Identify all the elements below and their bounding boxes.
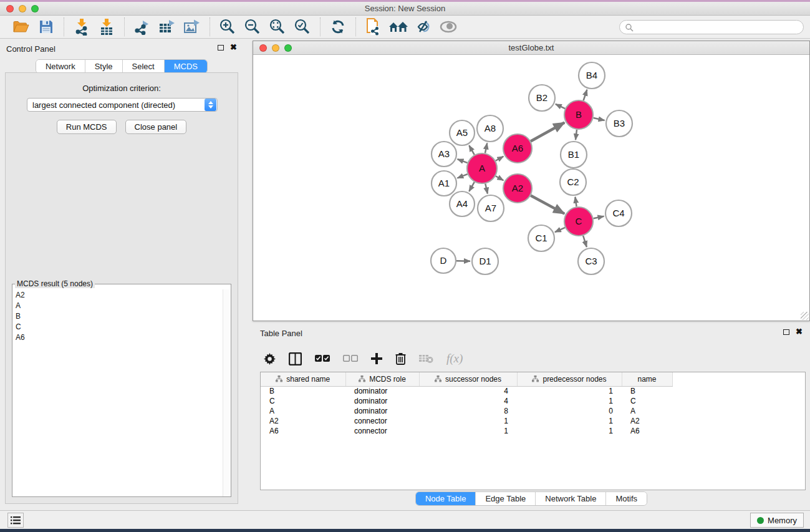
zoom-fit-icon[interactable] xyxy=(265,17,290,37)
memory-status-icon xyxy=(757,517,764,524)
resize-grip[interactable] xyxy=(801,312,809,320)
graph-node-label: B xyxy=(576,109,582,120)
tab-style[interactable]: Style xyxy=(85,60,123,73)
graph-edge-A-A8 xyxy=(485,143,487,153)
table-cell: dominator xyxy=(345,396,419,406)
shared-column-icon xyxy=(435,375,441,382)
table-row[interactable]: A6connector11A6 xyxy=(261,426,806,436)
column-header-successor-nodes[interactable]: successor nodes xyxy=(419,372,517,386)
column-header-label: successor nodes xyxy=(445,375,501,384)
table-row[interactable]: Cdominator41C xyxy=(261,396,806,406)
graph-node-label: D1 xyxy=(479,256,491,266)
tab-motifs[interactable]: Motifs xyxy=(606,492,647,505)
network-from-selection-icon[interactable] xyxy=(361,17,386,37)
birds-eye-view-icon[interactable] xyxy=(436,17,461,37)
export-image-icon[interactable] xyxy=(180,17,205,37)
search-input[interactable] xyxy=(634,22,803,33)
import-network-icon[interactable] xyxy=(69,17,94,37)
table-cell: 1 xyxy=(517,426,622,436)
control-panel: Control Panel ✖ NetworkStyleSelectMCDS O… xyxy=(0,39,243,510)
mcds-panel: Optimization criterion: largest connecte… xyxy=(5,72,238,504)
table-row[interactable]: Bdominator41B xyxy=(261,386,806,396)
table-cell-filler xyxy=(672,406,806,416)
criterion-dropdown[interactable]: largest connected component (directed) xyxy=(27,98,218,112)
add-column-icon[interactable] xyxy=(371,353,382,364)
node-table: shared nameMCDS rolesuccessor nodesprede… xyxy=(260,372,806,490)
main-toolbar xyxy=(0,16,810,39)
zoom-selected-icon[interactable] xyxy=(290,17,315,37)
search-icon xyxy=(625,23,634,32)
settings-gear-icon[interactable] xyxy=(264,353,276,365)
network-canvas[interactable]: B4B2BB3A5A8A6A3B1AA1C2A2A4A7C4CC1DD1C3 xyxy=(253,55,809,321)
float-panel-icon[interactable] xyxy=(218,45,224,51)
control-panel-title: Control Panel xyxy=(6,44,55,54)
column-header-MCDS-role[interactable]: MCDS role xyxy=(345,372,419,386)
desktop-wallpaper-strip-bottom xyxy=(0,529,810,532)
close-table-panel-icon[interactable]: ✖ xyxy=(796,329,803,335)
column-header-predecessor-nodes[interactable]: predecessor nodes xyxy=(517,372,622,386)
tab-select[interactable]: Select xyxy=(123,60,165,73)
task-history-button[interactable] xyxy=(7,513,24,528)
tab-network[interactable]: Network xyxy=(36,60,85,73)
refresh-icon[interactable] xyxy=(325,17,350,37)
graph-node-label: D xyxy=(440,255,447,266)
float-table-panel-icon[interactable] xyxy=(783,329,789,335)
table-row[interactable]: A2connector11A2 xyxy=(261,416,806,426)
home-icon[interactable] xyxy=(386,17,411,37)
table-cell: A xyxy=(261,406,345,416)
shared-column-icon xyxy=(359,375,365,382)
run-mcds-button[interactable]: Run MCDS xyxy=(57,120,117,134)
tab-node-table[interactable]: Node Table xyxy=(416,492,476,505)
table-cell: A2 xyxy=(261,416,345,426)
open-session-icon[interactable] xyxy=(9,17,34,37)
graph-node-label: A3 xyxy=(438,148,450,159)
import-table-icon[interactable] xyxy=(94,17,119,37)
dropdown-stepper-icon xyxy=(205,99,216,111)
network-view-window: testGlobe.txt B4B2BB3A5A8A6A3B1AA1C2A2A4… xyxy=(253,41,810,321)
result-item[interactable]: C xyxy=(13,321,222,332)
export-table-icon[interactable] xyxy=(155,17,180,37)
result-scrollbar[interactable] xyxy=(223,289,231,496)
close-panel-icon[interactable]: ✖ xyxy=(230,44,237,51)
result-item[interactable]: A6 xyxy=(13,332,222,342)
save-session-icon[interactable] xyxy=(34,17,59,37)
column-header-shared-name[interactable]: shared name xyxy=(261,372,345,386)
table-cell: C xyxy=(261,396,345,406)
zoom-out-icon[interactable] xyxy=(240,17,265,37)
column-header-filler xyxy=(672,372,806,386)
table-row[interactable]: Adominator80A xyxy=(261,406,806,416)
table-cell: A xyxy=(622,406,672,416)
delete-column-icon[interactable] xyxy=(395,352,406,365)
tab-network-table[interactable]: Network Table xyxy=(536,492,606,505)
table-cell: dominator xyxy=(345,386,419,396)
column-header-name[interactable]: name xyxy=(622,372,672,386)
toolbar-separator xyxy=(64,17,64,36)
graph-node-label: B3 xyxy=(614,118,625,128)
show-graphics-details-icon[interactable] xyxy=(411,17,436,37)
graph-edge-C-C2 xyxy=(575,197,576,206)
result-item[interactable]: B xyxy=(13,311,222,321)
graph-node-label: A4 xyxy=(456,198,468,209)
search-field[interactable] xyxy=(619,20,804,34)
tab-mcds[interactable]: MCDS xyxy=(165,60,207,73)
network-window-titlebar[interactable]: testGlobe.txt xyxy=(253,41,809,55)
result-item[interactable]: A xyxy=(13,300,222,311)
table-cell: 8 xyxy=(419,406,517,416)
table-cell: 1 xyxy=(517,386,622,396)
table-toolbar: f(x) xyxy=(264,348,463,369)
select-all-icon[interactable] xyxy=(315,355,330,363)
memory-button[interactable]: Memory xyxy=(750,513,804,528)
toolbar-separator xyxy=(320,17,321,36)
tab-edge-table[interactable]: Edge Table xyxy=(476,492,536,505)
deselect-all-icon[interactable] xyxy=(343,355,358,363)
graph-node-label: A1 xyxy=(438,178,450,188)
network-window-title: testGlobe.txt xyxy=(253,43,809,52)
table-cell: B xyxy=(622,386,672,396)
export-network-icon[interactable] xyxy=(130,17,155,37)
zoom-in-icon[interactable] xyxy=(215,17,240,37)
network-canvas-svg: B4B2BB3A5A8A6A3B1AA1C2A2A4A7C4CC1DD1C3 xyxy=(253,55,809,321)
result-item[interactable]: A2 xyxy=(13,289,222,300)
close-panel-button[interactable]: Close panel xyxy=(125,120,187,134)
mcds-result-title: MCDS result (5 nodes) xyxy=(15,279,95,288)
column-layout-icon[interactable] xyxy=(289,352,302,365)
